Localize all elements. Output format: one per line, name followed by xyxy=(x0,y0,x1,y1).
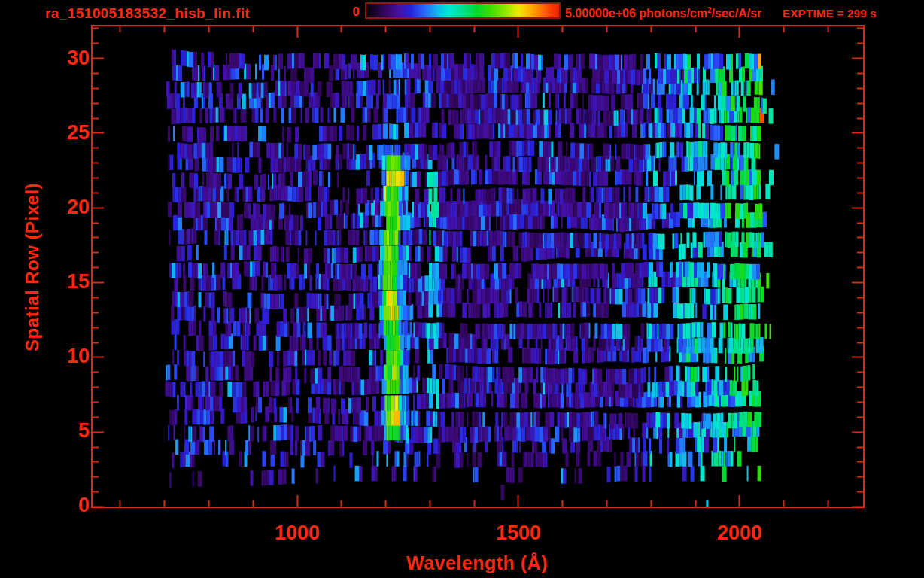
y-tick-label-15: 15 xyxy=(0,270,90,294)
colorbar-units-pre: photons/cm xyxy=(636,7,707,20)
colorbar-units-post: /sec/A/sr xyxy=(712,7,762,20)
y-axis-title: Spatial Row (Pixel) xyxy=(22,147,43,388)
colorbar-min-label: 0 xyxy=(324,5,360,20)
y-tick-label-10: 10 xyxy=(0,345,90,368)
x-axis-title: Wavelength (Å) xyxy=(364,552,590,574)
colorbar xyxy=(365,2,561,19)
colorbar-max-label: 5.00000e+06 photons/cm2/sec/A/sr xyxy=(565,6,761,20)
window-title: ra_151005183532_hisb_lin.fit xyxy=(45,5,250,22)
x-tick-label-2000: 2000 xyxy=(679,522,800,545)
y-tick-label-5: 5 xyxy=(0,419,90,443)
y-tick-label-30: 30 xyxy=(0,47,90,70)
y-tick-label-0: 0 xyxy=(0,494,90,517)
colorbar-gradient xyxy=(366,4,559,17)
x-tick-label-1500: 1500 xyxy=(458,522,579,545)
y-tick-label-25: 25 xyxy=(0,121,90,144)
spectral-heatmap-canvas xyxy=(93,26,863,507)
plot-frame xyxy=(91,25,865,508)
colorbar-max-value: 5.00000e+06 xyxy=(565,7,636,20)
y-tick-label-20: 20 xyxy=(0,196,90,219)
x-tick-label-1000: 1000 xyxy=(237,522,357,545)
exptime-label: EXPTIME = 299 s xyxy=(783,7,877,20)
